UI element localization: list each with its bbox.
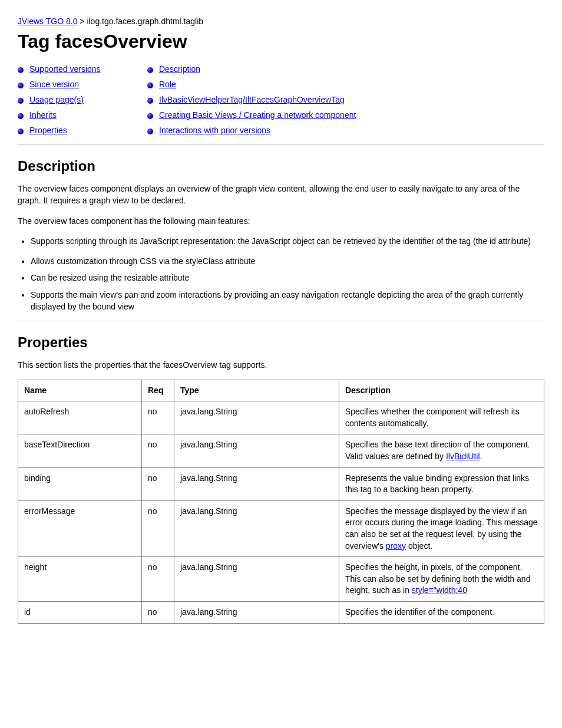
toc-link-helper-tag[interactable]: IlvBasicViewHelperTag/IltFacesGraphOverv… <box>159 95 345 104</box>
table-row: baseTextDirection no java.lang.String Sp… <box>18 434 544 467</box>
bullet-icon <box>147 67 153 73</box>
toc-col-left: Supported versions Since version Usage p… <box>18 64 141 135</box>
bullet-icon <box>18 67 24 73</box>
cell-desc-post: object. <box>406 541 432 551</box>
description-text: The overview faces component displays an… <box>18 183 544 207</box>
cell-name: id <box>18 601 142 623</box>
cell-req: no <box>142 434 174 467</box>
bullet-icon <box>147 113 153 119</box>
toc-item: Supported versions <box>18 64 141 74</box>
cell-req: no <box>142 601 174 623</box>
table-row: id no java.lang.String Specifies the ide… <box>18 601 544 623</box>
bullet-icon <box>18 98 24 104</box>
toc-item: Creating Basic Views / Creating a networ… <box>147 110 544 120</box>
bullet-icon <box>147 98 153 104</box>
cell-name: baseTextDirection <box>18 434 142 467</box>
toc-link-description[interactable]: Description <box>159 64 200 74</box>
link-style-width[interactable]: style="width:40 <box>412 585 467 595</box>
cell-desc-post: . <box>480 452 482 461</box>
col-req: Req <box>142 380 174 401</box>
toc-link-usage-pages[interactable]: Usage page(s) <box>29 95 84 104</box>
toc: Supported versions Since version Usage p… <box>18 64 544 135</box>
cell-type: java.lang.String <box>174 467 339 500</box>
bullet-icon <box>147 83 153 88</box>
cell-desc: Specifies the message displayed by the v… <box>339 500 544 556</box>
page-title: Tag facesOverview <box>18 31 544 52</box>
cell-req: no <box>142 557 174 602</box>
cell-name: autoRefresh <box>18 401 142 434</box>
features-intro: The overview faces component has the fol… <box>18 215 544 227</box>
cell-desc-pre: Specifies the message displayed by the v… <box>345 506 538 551</box>
toc-link-since-version[interactable]: Since version <box>29 80 79 89</box>
bullet-icon <box>18 113 24 119</box>
toc-item: Inherits <box>18 110 141 120</box>
section-heading-description: Description <box>18 158 544 174</box>
toc-item: Usage page(s) <box>18 95 141 104</box>
breadcrumb-tail: > ilog.tgo.faces.graph.dhtml.taglib <box>80 17 203 26</box>
col-name: Name <box>18 380 142 401</box>
cell-desc: Specifies the height, in pixels, of the … <box>339 557 544 602</box>
cell-desc: Represents the value binding expression … <box>339 467 544 500</box>
toc-link-supported-versions[interactable]: Supported versions <box>29 64 101 74</box>
toc-link-role[interactable]: Role <box>159 80 176 89</box>
features-list: Supports scripting through its JavaScrip… <box>31 235 544 312</box>
toc-link-inherits[interactable]: Inherits <box>29 110 57 120</box>
table-row: autoRefresh no java.lang.String Specifie… <box>18 401 544 434</box>
toc-link-creating-views[interactable]: Creating Basic Views / Creating a networ… <box>159 110 356 120</box>
toc-link-interactions[interactable]: Interactions with prior versions <box>159 126 270 135</box>
cell-type: java.lang.String <box>174 601 339 623</box>
divider <box>18 144 544 145</box>
table-header-row: Name Req Type Description <box>18 380 544 401</box>
toc-item: Properties <box>18 126 141 135</box>
link-proxy[interactable]: proxy <box>386 541 406 551</box>
cell-name: height <box>18 557 142 602</box>
table-row: binding no java.lang.String Represents t… <box>18 467 544 500</box>
toc-col-right: Description Role IlvBasicViewHelperTag/I… <box>147 64 544 135</box>
cell-type: java.lang.String <box>174 401 339 434</box>
toc-item: Description <box>147 64 544 74</box>
cell-name: errorMessage <box>18 500 142 556</box>
breadcrumb: JViews TGO 8.0 > ilog.tgo.faces.graph.dh… <box>18 17 544 26</box>
cell-req: no <box>142 401 174 434</box>
feature-item: Can be resized using the resizable attri… <box>31 272 544 284</box>
link-ilvbidiutil[interactable]: IlvBidiUtil <box>446 452 480 461</box>
feature-item: Supports the main view's pan and zoom in… <box>31 289 544 313</box>
divider <box>18 321 544 321</box>
cell-type: java.lang.String <box>174 434 339 467</box>
bullet-icon <box>18 83 24 88</box>
feature-item: Allows customization through CSS via the… <box>31 255 544 267</box>
bullet-icon <box>147 129 153 134</box>
toc-link-properties[interactable]: Properties <box>29 126 67 135</box>
properties-table: Name Req Type Description autoRefresh no… <box>18 380 544 624</box>
cell-type: java.lang.String <box>174 500 339 556</box>
table-row: height no java.lang.String Specifies the… <box>18 557 544 602</box>
cell-req: no <box>142 467 174 500</box>
col-type: Type <box>174 380 339 401</box>
section-heading-properties: Properties <box>18 334 544 351</box>
cell-req: no <box>142 500 174 556</box>
table-row: errorMessage no java.lang.String Specifi… <box>18 500 544 556</box>
properties-intro: This section lists the properties that t… <box>18 359 544 371</box>
cell-desc: Specifies whether the component will ref… <box>339 401 544 434</box>
cell-desc: Specifies the identifier of the componen… <box>339 601 544 623</box>
cell-desc: Specifies the base text direction of the… <box>339 434 544 467</box>
col-desc: Description <box>339 380 544 401</box>
breadcrumb-root-link[interactable]: JViews TGO 8.0 <box>18 17 77 26</box>
feature-item: Supports scripting through its JavaScrip… <box>31 235 544 247</box>
toc-item: Role <box>147 80 544 89</box>
toc-item: Interactions with prior versions <box>147 126 544 135</box>
cell-name: binding <box>18 467 142 500</box>
cell-type: java.lang.String <box>174 557 339 602</box>
toc-item: Since version <box>18 80 141 89</box>
bullet-icon <box>18 129 24 134</box>
cell-desc-pre: Specifies the base text direction of the… <box>345 440 530 461</box>
toc-item: IlvBasicViewHelperTag/IltFacesGraphOverv… <box>147 95 544 104</box>
